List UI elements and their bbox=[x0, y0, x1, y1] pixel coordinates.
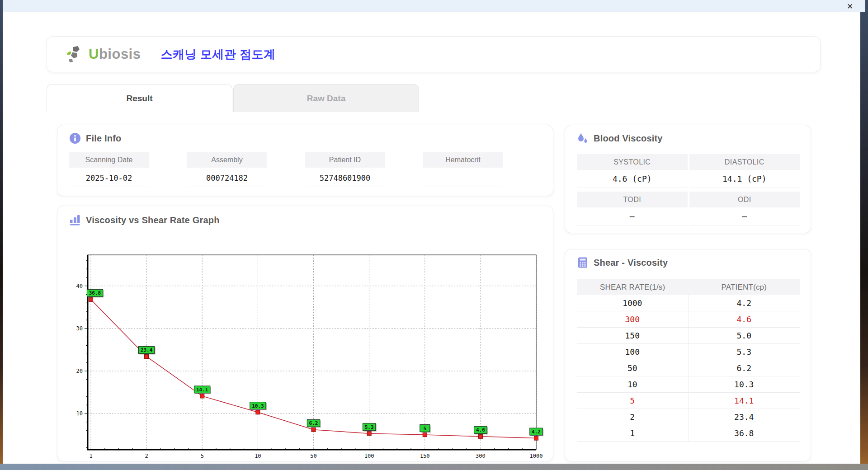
window-titlebar: ✕ bbox=[3, 0, 865, 12]
info-icon bbox=[69, 132, 81, 144]
patient-viscosity-cell: 36.8 bbox=[689, 425, 800, 441]
tab-bar: Result Raw Data bbox=[47, 84, 419, 112]
table-row: 506.2 bbox=[577, 360, 800, 376]
systolic-label: SYSTOLIC bbox=[577, 154, 688, 170]
tab-result[interactable]: Result bbox=[47, 84, 232, 112]
svg-text:2: 2 bbox=[145, 453, 148, 459]
diastolic-value: 14.1 (cP) bbox=[689, 170, 800, 188]
patient-id-value: 52748601900 bbox=[305, 168, 385, 187]
shear-rate-cell: 50 bbox=[577, 360, 689, 376]
svg-text:10.3: 10.3 bbox=[252, 403, 264, 409]
shear-rate-cell: 10 bbox=[577, 376, 689, 392]
systolic-value: 4.6 (cP) bbox=[577, 170, 688, 188]
shear-viscosity-card: Shear - Viscosity SHEAR RATE(1/s) PATIEN… bbox=[565, 249, 811, 461]
odi-label: ODI bbox=[689, 192, 800, 207]
shear-viscosity-table: SHEAR RATE(1/s) PATIENT(cp) 10004.23004.… bbox=[577, 279, 800, 442]
svg-text:10: 10 bbox=[76, 410, 83, 417]
table-row: 1505.0 bbox=[577, 328, 800, 344]
svg-text:5: 5 bbox=[423, 426, 426, 432]
field-assembly: Assembly 000724182 bbox=[187, 152, 267, 187]
shear-rate-cell: 1 bbox=[577, 425, 689, 441]
main-window: Ubiosis 스캐닝 모세관 점도계 Result Raw Data File… bbox=[3, 12, 860, 464]
shear-viscosity-heading: Shear - Viscosity bbox=[594, 258, 668, 268]
viscosity-shear-rate-chart: 102030401251050100150300100036.823.414.1… bbox=[68, 248, 547, 464]
patient-viscosity-cell: 10.3 bbox=[689, 376, 800, 392]
close-icon[interactable]: ✕ bbox=[845, 2, 854, 11]
shear-table-header: SHEAR RATE(1/s) PATIENT(cp) bbox=[577, 279, 800, 295]
file-info-heading: File Info bbox=[86, 133, 121, 144]
patient-viscosity-cell: 14.1 bbox=[689, 393, 800, 409]
blood-viscosity-table: SYSTOLIC DIASTOLIC 4.6 (cP) 14.1 (cP) TO… bbox=[577, 154, 800, 226]
hematocrit-value bbox=[423, 168, 503, 187]
svg-text:100: 100 bbox=[364, 453, 374, 459]
file-info-card: File Info Scanning Date 2025-10-02 Assem… bbox=[57, 125, 553, 196]
table-row: 514.1 bbox=[577, 393, 800, 409]
file-info-fields: Scanning Date 2025-10-02 Assembly 000724… bbox=[69, 152, 503, 187]
window-bottom-edge bbox=[0, 464, 868, 470]
svg-text:30: 30 bbox=[76, 325, 83, 332]
svg-text:36.8: 36.8 bbox=[89, 290, 101, 296]
svg-text:150: 150 bbox=[420, 453, 430, 459]
svg-text:5: 5 bbox=[201, 453, 204, 459]
shear-rate-cell: 100 bbox=[577, 344, 689, 360]
graph-heading: Viscosity vs Shear Rate Graph bbox=[86, 215, 220, 226]
todi-value: – bbox=[577, 207, 688, 226]
table-row: 223.4 bbox=[577, 409, 800, 425]
svg-text:40: 40 bbox=[76, 283, 83, 289]
field-hematocrit: Hematocrit bbox=[423, 152, 503, 187]
svg-text:20: 20 bbox=[76, 368, 83, 374]
ubiosis-wordmark: Ubiosis bbox=[89, 46, 141, 62]
shear-rate-cell: 2 bbox=[577, 409, 689, 425]
blood-viscosity-heading: Blood Viscosity bbox=[594, 133, 663, 144]
header-card: Ubiosis 스캐닝 모세관 점도계 bbox=[47, 36, 821, 72]
table-row: 1010.3 bbox=[577, 376, 800, 393]
svg-text:50: 50 bbox=[310, 453, 316, 459]
svg-text:6.2: 6.2 bbox=[309, 420, 318, 426]
diastolic-label: DIASTOLIC bbox=[689, 154, 800, 170]
todi-label: TODI bbox=[577, 192, 688, 207]
blood-viscosity-card: Blood Viscosity SYSTOLIC DIASTOLIC 4.6 (… bbox=[565, 125, 811, 233]
droplets-icon bbox=[577, 132, 589, 144]
calculator-icon bbox=[577, 257, 589, 268]
odi-value: – bbox=[689, 207, 800, 226]
table-row: 10004.2 bbox=[577, 295, 800, 311]
svg-text:1: 1 bbox=[89, 453, 92, 459]
field-scanning-date: Scanning Date 2025-10-02 bbox=[69, 152, 149, 187]
scanning-date-value: 2025-10-02 bbox=[69, 168, 149, 187]
patient-viscosity-cell: 23.4 bbox=[689, 409, 800, 425]
svg-text:1000: 1000 bbox=[530, 453, 543, 459]
patient-viscosity-cell: 6.2 bbox=[689, 360, 800, 376]
bar-chart-icon bbox=[69, 214, 81, 226]
tab-raw-data[interactable]: Raw Data bbox=[233, 84, 419, 112]
svg-text:4.2: 4.2 bbox=[532, 429, 541, 435]
shear-rate-cell: 300 bbox=[577, 311, 689, 327]
svg-text:14.1: 14.1 bbox=[196, 387, 208, 393]
table-row: 136.8 bbox=[577, 425, 800, 442]
svg-text:4.6: 4.6 bbox=[476, 427, 485, 433]
svg-text:5.3: 5.3 bbox=[365, 424, 374, 430]
field-patient-id: Patient ID 52748601900 bbox=[305, 152, 385, 187]
patient-viscosity-cell: 4.2 bbox=[689, 295, 800, 311]
shear-rate-column-header: SHEAR RATE(1/s) bbox=[577, 279, 689, 295]
graph-card: Viscosity vs Shear Rate Graph 1020304012… bbox=[57, 206, 553, 461]
shear-rate-cell: 1000 bbox=[577, 295, 689, 311]
svg-text:23.4: 23.4 bbox=[141, 347, 153, 353]
ubiosis-logo-icon bbox=[66, 45, 86, 63]
svg-text:300: 300 bbox=[476, 453, 486, 459]
patient-viscosity-cell: 4.6 bbox=[689, 311, 800, 327]
app-title-korean: 스캐닝 모세관 점도계 bbox=[160, 47, 275, 62]
shear-rate-cell: 5 bbox=[577, 393, 689, 409]
patient-viscosity-cell: 5.0 bbox=[689, 328, 800, 343]
svg-text:10: 10 bbox=[255, 453, 261, 459]
shear-rate-cell: 150 bbox=[577, 328, 689, 343]
patient-viscosity-cell: 5.3 bbox=[689, 344, 800, 360]
table-row: 1005.3 bbox=[577, 344, 800, 360]
assembly-value: 000724182 bbox=[187, 168, 267, 187]
table-row: 3004.6 bbox=[577, 311, 800, 328]
ubiosis-logo: Ubiosis bbox=[66, 45, 141, 63]
patient-column-header: PATIENT(cp) bbox=[689, 279, 800, 295]
